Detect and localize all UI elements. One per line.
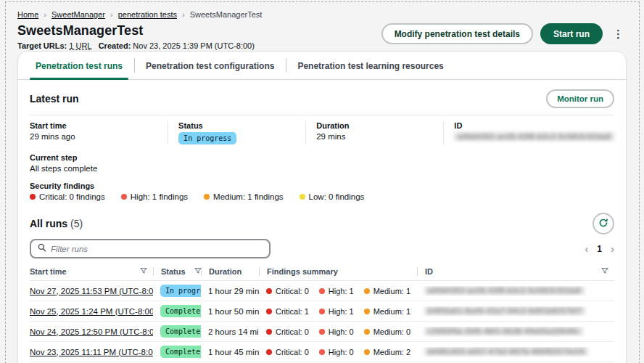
tab-penetration-test-runs[interactable]: Penetration test runs: [24, 52, 134, 79]
critical-severity-dot-icon: [30, 194, 36, 200]
high-severity-dot-icon: [121, 194, 127, 200]
status-badge: In progress: [178, 132, 236, 144]
breadcrumb-home[interactable]: Home: [17, 10, 38, 19]
critical-severity-dot-icon: [266, 349, 272, 355]
target-urls-link[interactable]: 1 URL: [69, 41, 91, 50]
low-findings-text: Low: 0 findings: [309, 192, 365, 201]
medium-findings-text: Medium: 1 findings: [213, 192, 284, 201]
page-header: Home › SweetManager › penetration tests …: [0, 0, 644, 50]
critical-findings-text: Critical: 0 findings: [39, 192, 105, 201]
table-row[interactable]: Nov 25, 2025 1:24 PM (UTC-8:00) Complete…: [30, 301, 614, 322]
start-time-label: Start time: [30, 121, 168, 130]
current-step-label: Current step: [30, 153, 614, 162]
medium-severity-dot-icon: [364, 349, 370, 355]
status-label: Status: [178, 121, 305, 130]
tab-penetration-test-learning-resources[interactable]: Penetration test learning resources: [286, 52, 455, 79]
run-duration: 2 hours 14 mi...: [201, 327, 259, 336]
critical-severity-dot-icon: [266, 288, 272, 294]
breadcrumb-current: SweetsManagerTest: [190, 10, 263, 19]
breadcrumb-penetration-tests[interactable]: penetration tests: [118, 10, 177, 19]
medium-severity-dot-icon: [204, 194, 210, 200]
id-value-redacted: a99d4392-ac06-43f8-b3c2-5cfd53c92da8: [454, 132, 614, 141]
critical-severity-dot-icon: [266, 309, 272, 314]
filter-funnel-icon[interactable]: [601, 267, 608, 276]
column-header-start-time[interactable]: Start time: [30, 267, 153, 276]
breadcrumb-separator-icon: ›: [182, 10, 185, 19]
security-findings-summary: Critical: 0 findings High: 1 findings Me…: [30, 192, 614, 201]
run-duration: 1 hour 50 mins: [201, 307, 259, 316]
filter-runs-input[interactable]: [51, 245, 263, 253]
medium-severity-dot-icon: [364, 329, 370, 335]
all-runs-heading: All runs: [30, 218, 67, 229]
table-row[interactable]: Nov 23, 2025 11:11 PM (UTC-8:00) Complet…: [30, 342, 614, 362]
start-run-button[interactable]: Start run: [540, 23, 603, 44]
created-label: Created:: [99, 41, 131, 50]
id-label: ID: [454, 121, 614, 130]
breadcrumb-separator-icon: ›: [44, 10, 46, 19]
refresh-button[interactable]: [593, 213, 614, 234]
duration-label: Duration: [316, 121, 443, 130]
runs-table: Start time Status Duration Findings summ…: [30, 264, 614, 363]
high-severity-dot-icon: [319, 329, 325, 335]
run-id-redacted: c2983f9a-2bf5-4bf1-9b38-49a55a33648c: [424, 327, 583, 335]
low-severity-dot-icon: [300, 194, 305, 200]
run-status-badge: Complete: [160, 346, 201, 358]
high-findings-text: High: 1 findings: [131, 192, 188, 201]
monitor-run-button[interactable]: Monitor run: [546, 89, 614, 108]
high-severity-dot-icon: [319, 309, 325, 314]
previous-page-icon[interactable]: ‹: [585, 243, 588, 254]
column-header-findings-summary[interactable]: Findings summary: [259, 267, 417, 276]
run-start-time-link[interactable]: Nov 24, 2025 12:50 PM (UTC-8:00): [30, 327, 153, 336]
refresh-icon: [598, 218, 608, 230]
critical-severity-dot-icon: [266, 329, 272, 335]
search-icon: [38, 243, 46, 254]
run-start-time-link[interactable]: Nov 25, 2025 1:24 PM (UTC-8:00): [30, 307, 153, 316]
start-time-value: 29 mins ago: [30, 132, 168, 141]
run-duration: 1 hour 29 mins: [201, 287, 259, 295]
latest-run-section: Latest run Monitor run Start time 29 min…: [18, 80, 626, 363]
run-status-badge: In progress: [160, 285, 201, 297]
modify-penetration-test-button[interactable]: Modify penetration test details: [381, 23, 533, 44]
filter-runs-input-wrapper: [30, 239, 271, 258]
all-runs-count: (5): [70, 218, 83, 229]
breadcrumb: Home › SweetManager › penetration tests …: [17, 10, 627, 19]
run-status-badge: Complete: [160, 325, 201, 338]
duration-value: 29 mins: [316, 132, 443, 141]
table-header-row: Start time Status Duration Findings summ…: [30, 264, 614, 281]
run-start-time-link[interactable]: Nov 23, 2025 11:11 PM (UTC-8:00): [30, 348, 153, 356]
next-page-icon[interactable]: ›: [611, 243, 614, 254]
kebab-menu-icon[interactable]: ⋮: [610, 26, 627, 42]
run-id-redacted: a99d4392-ac06-43f8-b3c2-5cfd53c92da8: [424, 286, 585, 295]
run-duration: 1 hour 45 mins: [201, 348, 259, 356]
medium-severity-dot-icon: [364, 288, 370, 294]
run-id-redacted: d4981d03-a567-47b2-897b-486f82573e24: [424, 347, 588, 356]
run-id-redacted: b4f05a61-8a45-42a7-94c2-6d91b8257bf7: [424, 306, 585, 315]
current-step-value: All steps complete: [30, 164, 614, 173]
page-meta: Target URLs: 1 URL Created: Nov 23, 2025…: [17, 41, 255, 50]
column-header-id[interactable]: ID: [417, 267, 614, 276]
page-number[interactable]: 1: [597, 244, 602, 254]
breadcrumb-separator-icon: ›: [110, 10, 113, 19]
medium-severity-dot-icon: [364, 309, 370, 314]
latest-run-details: Start time 29 mins ago Status In progres…: [30, 115, 614, 144]
run-status-badge: Complete: [160, 305, 201, 317]
column-header-status[interactable]: Status: [153, 267, 201, 276]
column-header-duration[interactable]: Duration: [201, 267, 259, 276]
pagination: ‹ 1 ›: [585, 243, 614, 254]
page-title: SweetsManagerTest: [17, 23, 255, 38]
breadcrumb-sweetmanager[interactable]: SweetManager: [51, 10, 105, 19]
run-start-time-link[interactable]: Nov 27, 2025 11:53 PM (UTC-8:00): [30, 287, 153, 295]
table-row[interactable]: Nov 27, 2025 11:53 PM (UTC-8:00) In prog…: [30, 281, 614, 301]
table-row[interactable]: Nov 24, 2025 12:50 PM (UTC-8:00) Complet…: [30, 322, 614, 342]
latest-run-heading: Latest run: [30, 93, 79, 105]
security-findings-label: Security findings: [30, 182, 614, 190]
target-urls-label: Target URLs:: [17, 41, 67, 50]
tab-bar: Penetration test runs Penetration test c…: [18, 52, 626, 80]
filter-funnel-icon[interactable]: [140, 267, 147, 276]
high-severity-dot-icon: [319, 288, 325, 294]
main-card: Penetration test runs Penetration test c…: [17, 51, 627, 363]
high-severity-dot-icon: [319, 349, 325, 355]
created-value: Nov 23, 2025 1:39 PM (UTC-8:00): [133, 41, 255, 50]
tab-penetration-test-configurations[interactable]: Penetration test configurations: [134, 52, 286, 79]
